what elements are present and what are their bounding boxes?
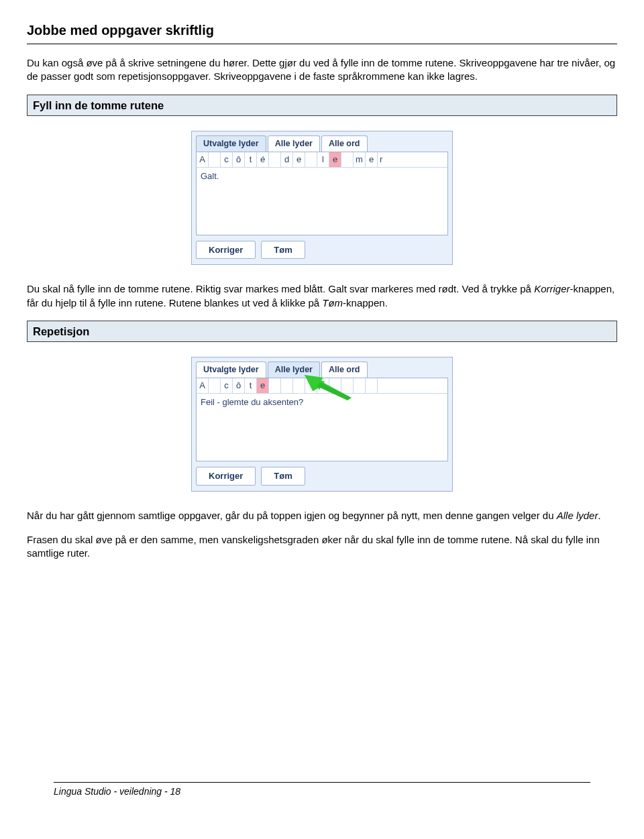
letter-cell[interactable]: t [245,152,257,167]
letter-cell[interactable]: ô [233,378,245,393]
letter-cell[interactable]: ô [233,152,245,167]
footer-text: Lingua Studio - veiledning - 18 [54,785,590,798]
letter-row[interactable]: A c ô t e [196,378,448,393]
tom-button[interactable]: Tøm [261,467,305,486]
letter-cell[interactable] [366,378,378,393]
letter-cell[interactable] [209,152,221,167]
tab-alle-lyder[interactable]: Alle lyder [268,135,320,152]
section-fyll-inn: Fyll inn de tomme rutene [27,95,617,116]
tab-alle-ord[interactable]: Alle ord [321,135,368,152]
section1-after-text: Du skal nå fylle inn de tomme rutene. Ri… [27,282,617,310]
korriger-button[interactable]: Korriger [196,241,256,260]
feedback-area: Galt. [196,167,448,235]
letter-cell[interactable]: l [317,152,329,167]
letter-cell[interactable] [293,378,305,393]
letter-cell-error[interactable]: e [329,152,341,167]
page-title: Jobbe med oppgaver skriftlig [27,21,617,41]
exercise-panel-2: Utvalgte lyder Alle lyder Alle ord A c ô… [191,357,453,492]
tom-button[interactable]: Tøm [261,241,305,260]
letter-cell[interactable] [354,378,366,393]
letter-cell-error[interactable]: e [257,378,269,393]
exercise-panel-1: Utvalgte lyder Alle lyder Alle ord A c ô… [191,131,453,266]
page-footer: Lingua Studio - veiledning - 18 [54,782,590,798]
tab-alle-ord[interactable]: Alle ord [321,361,368,378]
letter-cell[interactable] [329,378,341,393]
letter-cell[interactable]: d [281,152,293,167]
letter-cell[interactable]: m [354,152,366,167]
letter-cell[interactable] [305,152,317,167]
letter-cell[interactable]: r [378,152,447,167]
tab-utvalgte-lyder[interactable]: Utvalgte lyder [196,361,266,378]
letter-cell[interactable]: t [245,378,257,393]
intro-paragraph: Du kan også øve på å skrive setningene d… [27,56,617,84]
section2-after-text-2: Frasen du skal øve på er den samme, men … [27,533,617,561]
letter-cell[interactable]: c [221,152,233,167]
letter-cell[interactable] [281,378,293,393]
letter-cell[interactable]: A [197,152,209,167]
letter-cell[interactable] [209,378,221,393]
letter-cell[interactable] [378,378,447,393]
feedback-area: Feil - glemte du aksenten? [196,393,448,461]
letter-cell[interactable] [317,378,329,393]
letter-cell[interactable]: e [293,152,305,167]
letter-cell[interactable] [341,152,354,167]
title-divider [27,44,617,44]
letter-cell[interactable]: A [197,378,209,393]
letter-cell[interactable] [305,378,317,393]
letter-cell[interactable] [269,152,281,167]
letter-cell[interactable]: e [366,152,378,167]
section2-after-text-1: Når du har gått gjennom samtlige oppgave… [27,509,617,522]
letter-cell[interactable] [341,378,354,393]
tab-utvalgte-lyder[interactable]: Utvalgte lyder [196,135,266,152]
letter-cell[interactable]: c [221,378,233,393]
footer-divider [54,782,590,783]
tab-alle-lyder[interactable]: Alle lyder [268,361,320,378]
letter-row[interactable]: A c ô t é d e l e m e r [196,152,448,167]
korriger-button[interactable]: Korriger [196,467,256,486]
letter-cell[interactable] [269,378,281,393]
section-repetisjon: Repetisjon [27,321,617,342]
letter-cell[interactable]: é [257,152,269,167]
